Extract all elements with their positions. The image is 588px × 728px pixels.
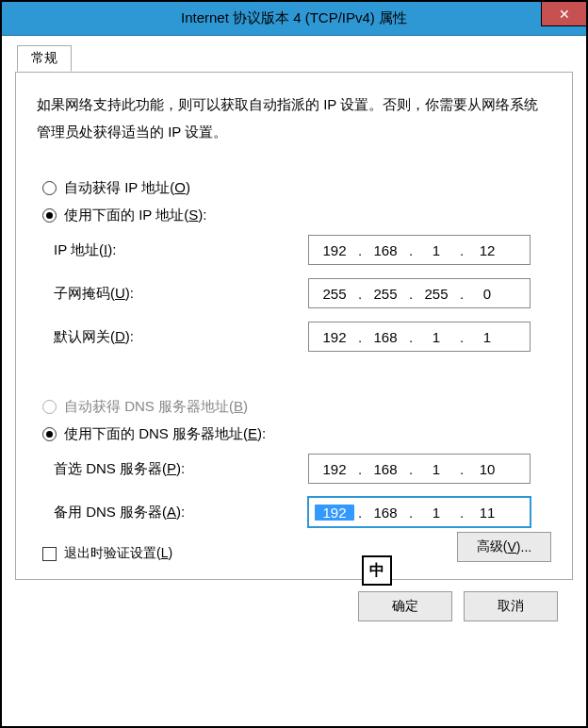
checkbox-validate-on-exit[interactable]: 退出时验证设置(L) (42, 545, 172, 562)
dialog-body: 常规 如果网络支持此功能，则可以获取自动指派的 IP 设置。否则，你需要从网络系… (2, 36, 586, 642)
field-preferred-dns: 首选 DNS 服务器(P): 192. 168. 1. 10 (54, 453, 551, 485)
window-title: Internet 协议版本 4 (TCP/IPv4) 属性 (181, 9, 407, 27)
radio-label: 自动获得 IP 地址(O) (64, 179, 190, 197)
radio-icon (42, 208, 57, 223)
tab-general[interactable]: 常规 (17, 45, 72, 72)
cancel-button[interactable]: 取消 (464, 591, 558, 621)
default-gateway-input[interactable]: 192. 168. 1. 1 (308, 322, 531, 352)
alternate-dns-input[interactable]: 192. 168. 1. 11 (308, 497, 531, 527)
field-ip-address: IP 地址(I): 192. 168. 1. 12 (54, 234, 551, 266)
subnet-mask-input[interactable]: 255. 255. 255. 0 (308, 278, 531, 308)
field-default-gateway: 默认网关(D): 192. 168. 1. 1 (54, 321, 551, 353)
checkbox-label: 退出时验证设置(L) (64, 545, 172, 562)
field-label: 默认网关(D): (54, 328, 308, 346)
radio-label: 使用下面的 IP 地址(S): (64, 207, 206, 224)
radio-label: 自动获得 DNS 服务器地址(B) (64, 398, 248, 416)
description-text: 如果网络支持此功能，则可以获取自动指派的 IP 设置。否则，你需要从网络系统管理… (37, 91, 551, 145)
radio-auto-ip[interactable]: 自动获得 IP 地址(O) (42, 179, 551, 197)
radio-manual-ip[interactable]: 使用下面的 IP 地址(S): (42, 207, 551, 224)
radio-label: 使用下面的 DNS 服务器地址(E): (64, 425, 266, 443)
tab-panel-general: 如果网络支持此功能，则可以获取自动指派的 IP 设置。否则，你需要从网络系统管理… (15, 72, 573, 580)
field-subnet-mask: 子网掩码(U): 255. 255. 255. 0 (54, 277, 551, 309)
radio-icon (42, 427, 57, 441)
field-label: IP 地址(I): (54, 241, 308, 259)
radio-icon (42, 181, 57, 195)
close-icon: ✕ (559, 7, 570, 22)
field-label: 子网掩码(U): (54, 285, 308, 303)
radio-auto-dns: 自动获得 DNS 服务器地址(B) (42, 398, 551, 416)
titlebar: Internet 协议版本 4 (TCP/IPv4) 属性 ✕ (2, 2, 586, 36)
dialog-footer: 确定 取消 (15, 580, 573, 629)
ok-button[interactable]: 确定 (358, 591, 452, 621)
preferred-dns-input[interactable]: 192. 168. 1. 10 (308, 454, 531, 484)
tab-strip: 常规 (15, 45, 573, 72)
radio-manual-dns[interactable]: 使用下面的 DNS 服务器地址(E): (42, 425, 551, 443)
checkbox-icon (42, 547, 57, 561)
field-label: 首选 DNS 服务器(P): (54, 460, 308, 478)
ime-indicator[interactable]: 中 (362, 555, 392, 586)
ip-address-input[interactable]: 192. 168. 1. 12 (308, 235, 531, 265)
advanced-button[interactable]: 高级(V)... (457, 532, 551, 562)
field-label: 备用 DNS 服务器(A): (54, 504, 308, 521)
radio-icon (42, 400, 57, 414)
close-button[interactable]: ✕ (541, 2, 586, 26)
